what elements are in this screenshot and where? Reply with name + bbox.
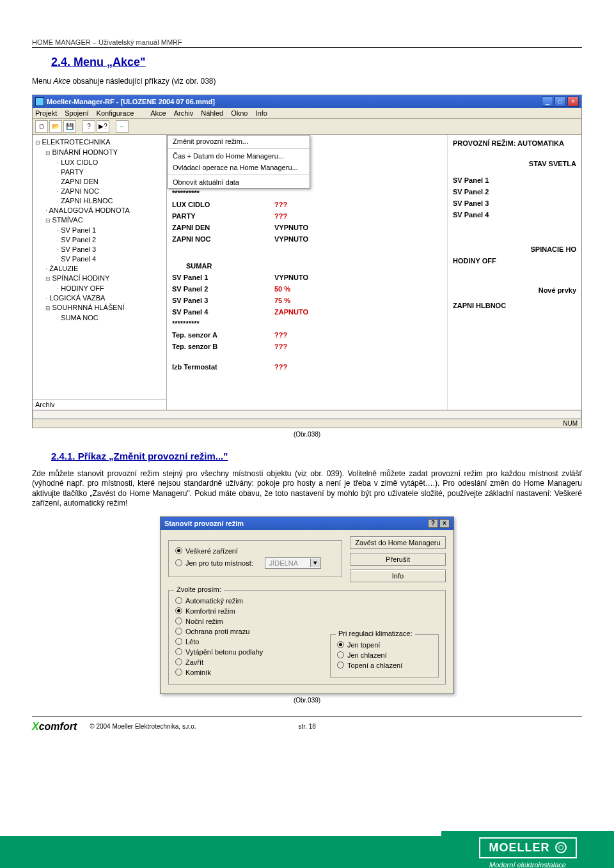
tree-node[interactable]: ELEKTROTECHNIKA	[34, 137, 165, 148]
radio-mode[interactable]: Vytápění betonu podlahy	[175, 647, 317, 657]
menu-projekt[interactable]: Projekt	[35, 109, 57, 117]
tree-node[interactable]: SV Panel 2	[34, 235, 165, 245]
page-header: HOME MANAGER – Uživatelský manuál MMRF	[32, 38, 582, 48]
stav-svetla: STAV SVETLA	[453, 158, 576, 169]
mode-label: PROVOZNÍ REŽIM: AUTOMATIKA	[453, 137, 576, 149]
moeller-slogan: Moderní elektroinstalace	[489, 861, 566, 869]
toolbar-help[interactable]: ?	[83, 120, 95, 133]
data-row: SV Panel 375 %	[172, 295, 442, 306]
window-title: Moeller-Manager-RF - [ULOZENE 2004 07 06…	[47, 98, 542, 105]
dialog-close-button[interactable]: ×	[439, 519, 450, 528]
toolbar-new[interactable]: 🗋	[35, 120, 48, 133]
radio-mode[interactable]: Léto	[175, 637, 317, 647]
tree-node[interactable]: LUX CIDLO	[34, 158, 165, 167]
radio-klim[interactable]: Jen topení	[337, 640, 432, 650]
menu-item-zmenit-rezim[interactable]: Změnit provozní režim...	[168, 136, 310, 147]
nove-prvky: Nové prvky	[453, 284, 576, 296]
xcomfort-logo: Xcomfort	[32, 721, 77, 732]
tree-node[interactable]: HODINY OFF	[34, 284, 165, 293]
radio-icon	[175, 638, 182, 645]
radio-mode[interactable]: Automatický režim	[175, 596, 317, 606]
dialog-title-bar: Stanovit provozní režim ? ×	[161, 517, 453, 530]
subsection-title: 2.4.1. Příkaz „Změnit provozní režim..."	[51, 451, 582, 461]
tree-node[interactable]: LOGICKÁ VAZBA	[34, 293, 165, 303]
main-paragraph: Zde můžete stanovit provozní režim stejn…	[32, 469, 582, 509]
radio-icon	[175, 547, 182, 554]
radio-mode[interactable]: Zavřít	[175, 657, 317, 667]
radio-icon	[175, 559, 182, 566]
zapni-hlbnoc: ZAPNI HLBNOC	[453, 300, 576, 311]
r-panel4: SV Panel 4	[453, 209, 576, 221]
dialog-help-button[interactable]: ?	[428, 519, 438, 528]
menu-spojeni[interactable]: Spojení	[65, 109, 88, 117]
tree-node[interactable]: SV Panel 4	[34, 254, 165, 264]
data-row: PARTY???	[172, 210, 442, 222]
toolbar-open[interactable]: 📂	[49, 120, 62, 133]
grp-klimatizace: Pri regulaci klimatizace:	[336, 630, 415, 637]
minimize-button[interactable]: _	[542, 97, 553, 107]
menu-konfigurace[interactable]: Konfigurace	[97, 109, 134, 117]
tree-node[interactable]: SUMA NOC	[34, 313, 165, 323]
data-row: ZAPNI DENVYPNUTO	[172, 222, 442, 233]
menu-akce[interactable]: Akce	[150, 109, 166, 117]
close-button[interactable]: ×	[567, 97, 579, 107]
menu-item-obnovit[interactable]: Obnovit aktuální data	[168, 176, 310, 188]
maximize-button[interactable]: □	[555, 97, 566, 107]
app-screenshot: Moeller-Manager-RF - [ULOZENE 2004 07 06…	[32, 95, 582, 428]
akce-dropdown: Změnit provozní režim... Čas + Datum do …	[167, 135, 310, 189]
dialog-title: Stanovit provozní režim	[164, 520, 244, 527]
tree-node[interactable]: PARTY	[34, 167, 165, 177]
radio-mode[interactable]: Kominík	[175, 667, 317, 678]
app-icon	[35, 97, 44, 106]
tree-node[interactable]: ŽALUZIE	[34, 264, 165, 274]
archiv-tab[interactable]: Archiv	[33, 399, 166, 410]
menu-okno[interactable]: Okno	[231, 109, 248, 117]
data-row: ZAPNI NOCVYPNUTO	[172, 233, 442, 245]
btn-info[interactable]: Info	[350, 570, 446, 582]
data-row: LUX CIDLO???	[172, 199, 442, 210]
h-scrollbar[interactable]	[33, 410, 581, 419]
chevron-down-icon: ▾	[310, 559, 320, 567]
btn-zavest[interactable]: Zavést do Home Manageru	[350, 536, 446, 549]
tree-node[interactable]: SV Panel 3	[34, 245, 165, 254]
room-combo[interactable]: JÍDELNA ▾	[265, 557, 321, 569]
radio-klim[interactable]: Topení a chlazení	[337, 660, 432, 670]
menu-nahled[interactable]: Náhled	[201, 109, 223, 117]
spinacie-ho: SPINACIE HO	[453, 244, 576, 255]
radio-icon	[337, 651, 344, 658]
data-row: SV Panel 4ZAPNUTO	[172, 306, 442, 318]
tree-node[interactable]: SPÍNACÍ HODINY	[34, 274, 165, 284]
tree-node[interactable]: ANALOGOVÁ HODNOTA	[34, 206, 165, 215]
footer-banner: MOELLER Moderní elektroinstalace	[0, 831, 614, 868]
tree-pane[interactable]: ELEKTROTECHNIKABINÁRNÍ HODNOTYLUX CIDLOP…	[33, 135, 167, 410]
toolbar-arrow[interactable]: ←	[116, 120, 129, 133]
stars2: **********	[172, 318, 274, 329]
tree-node[interactable]: SV Panel 1	[34, 226, 165, 235]
radio-jen-mistnost[interactable]: Jen pro tuto místnost: JÍDELNA ▾	[175, 556, 335, 570]
radio-mode[interactable]: Noční režim	[175, 616, 317, 626]
tree-node[interactable]: SOUHRNNÁ HLÁŠENÍ	[34, 303, 165, 313]
center-pane: Změnit provozní režim... Čas + Datum do …	[167, 135, 447, 410]
right-pane: PROVOZNÍ REŽIM: AUTOMATIKA STAV SVETLA S…	[447, 135, 581, 410]
tree-node[interactable]: STMÍVAC	[34, 215, 165, 226]
menu-item-cas-datum[interactable]: Čas + Datum do Home Manageru...	[168, 150, 310, 162]
radio-mode[interactable]: Ochrana proti mrazu	[175, 626, 317, 637]
menu-item-ovladaci-operace[interactable]: Ovládací operace na Home Manageru...	[168, 162, 310, 173]
moeller-logo: MOELLER	[479, 837, 577, 858]
radio-mode[interactable]: Komfortní režim	[175, 606, 317, 616]
menu-bar: Projekt Spojení Konfigurace Akce Archiv …	[33, 108, 581, 119]
menu-archiv[interactable]: Archiv	[174, 109, 194, 117]
toolbar-save[interactable]: 💾	[63, 120, 76, 133]
toolbar-whats-this[interactable]: ▶?	[97, 120, 109, 133]
btn-prerusit[interactable]: Přerušit	[350, 553, 446, 566]
tree-node[interactable]: BINÁRNÍ HODNOTY	[34, 148, 165, 158]
radio-icon	[337, 662, 344, 669]
tree-node[interactable]: ZAPNI DEN	[34, 177, 165, 187]
tree-node[interactable]: ZAPNI NOC	[34, 187, 165, 196]
tree-node[interactable]: ZAPNI HLBNOC	[34, 196, 165, 206]
menu-info[interactable]: Info	[255, 109, 267, 117]
status-bar: NUM	[33, 419, 581, 428]
section-title: 2.4. Menu „Akce"	[51, 56, 582, 69]
radio-veskere-zarizeni[interactable]: Veškeré zařízení	[175, 546, 335, 556]
radio-klim[interactable]: Jen chlazení	[337, 650, 432, 660]
